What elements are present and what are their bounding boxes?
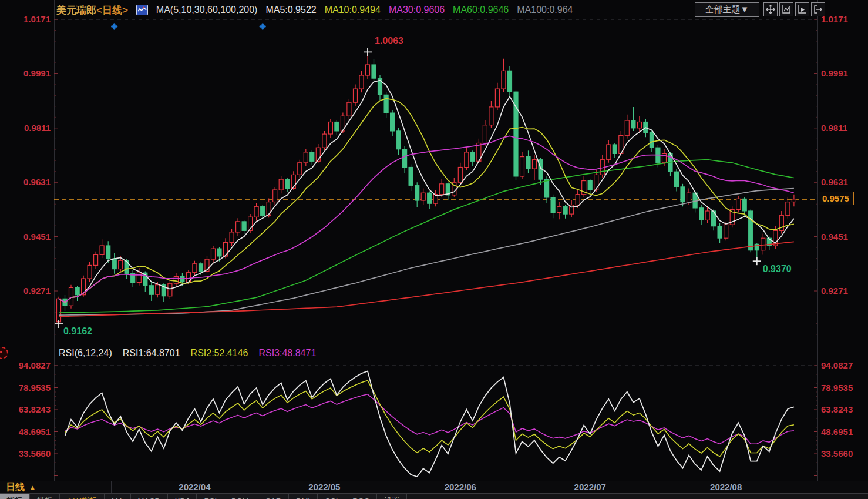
rsi1-line — [65, 371, 794, 477]
price-tick-label: 78.9535 — [821, 383, 853, 393]
indicator-tab-strip: 指标模板ATR指标MAMACDKDJRSIBOLLSARDMICCIROC设置 — [0, 493, 868, 499]
indicator-tab-BOLL[interactable]: BOLL — [224, 494, 258, 499]
ma200-line — [59, 242, 794, 316]
symbol-name: 美元瑞郎 — [56, 5, 96, 16]
last-price-box: 0.9575 — [819, 192, 854, 205]
rsi3-line — [65, 394, 794, 444]
ma-value-label: MA5:0.9522 — [265, 5, 316, 15]
price-tick-label: 0.9271 — [821, 286, 848, 296]
ma-values-legend: MA5:0.9522MA10:0.9494MA30:0.9606MA60:0.9… — [265, 5, 573, 15]
price-tick-label: 0.9811 — [0, 123, 51, 133]
indicator-tab-SAR[interactable]: SAR — [258, 494, 289, 499]
rsi-value-label: RSI3:48.8471 — [258, 348, 316, 359]
price-tick-label: 0.9451 — [821, 232, 848, 242]
event-marker-icon[interactable] — [260, 24, 265, 29]
ma-params-label: MA(5,10,30,60,100,200) — [156, 5, 258, 15]
trading-app-screen: 美元瑞郎<日线> MA(5,10,30,60,100,200) MA5:0.95… — [0, 0, 868, 499]
period-selector-label: 日线 — [6, 481, 25, 494]
rsi-params-label: RSI(6,12,24) — [59, 348, 112, 359]
indicator-tab-ATR指标[interactable]: ATR指标 — [60, 494, 105, 499]
price-tick-label: 48.6951 — [0, 427, 51, 437]
rsi-header-legend: RSI(6,12,24) RSI1:64.8701RSI2:52.4146RSI… — [59, 347, 316, 359]
indicator-tab-KDJ[interactable]: KDJ — [168, 494, 197, 499]
axes-scale-icon[interactable] — [779, 2, 793, 16]
drawing-tool-badge-icon[interactable] — [0, 347, 8, 359]
chart-header-legend: 美元瑞郎<日线> MA(5,10,30,60,100,200) MA5:0.95… — [56, 4, 573, 16]
period-selector[interactable]: 日线 ▲ — [0, 481, 112, 493]
exit-pane-icon[interactable] — [811, 2, 825, 16]
rsi-value-label: RSI2:52.4146 — [191, 348, 248, 359]
indicator-tab-指标[interactable]: 指标 — [0, 494, 30, 499]
extreme-cross-marker — [55, 320, 63, 328]
x-axis-month-label: 2022/04 — [179, 482, 210, 492]
mini-line-chart-icon[interactable] — [136, 5, 148, 15]
price-tick-label: 0.9451 — [0, 232, 51, 242]
indicator-tab-RSI[interactable]: RSI — [197, 494, 224, 499]
event-marker-icon[interactable] — [112, 24, 117, 29]
period-up-arrow-icon: ▲ — [29, 484, 36, 491]
high-price-annotation: 1.0063 — [375, 36, 403, 46]
low-price-annotation: 0.9370 — [763, 264, 792, 274]
rsi-plot[interactable] — [54, 360, 817, 481]
price-tick-label: 94.0827 — [0, 360, 51, 371]
rsi-value-label: RSI1:64.8701 — [123, 348, 180, 359]
indicator-tab-ROC[interactable]: ROC — [345, 494, 377, 499]
indicator-tab-设置[interactable]: 设置 — [377, 494, 407, 499]
candlesticks[interactable] — [57, 52, 796, 324]
indicator-tab-模板[interactable]: 模板 — [30, 494, 60, 499]
x-axis-month-label: 2022/08 — [710, 482, 742, 492]
ma-value-label: MA30:0.9606 — [389, 5, 445, 15]
indicator-tab-MACD[interactable]: MACD — [131, 494, 168, 499]
low-price-annotation: 0.9162 — [63, 326, 92, 337]
rsi-values-legend: RSI1:64.8701RSI2:52.4146RSI3:48.8471 — [123, 348, 317, 359]
ma-value-label: MA10:0.9494 — [325, 5, 381, 15]
indicator-tab-MA[interactable]: MA — [105, 494, 131, 499]
theme-dropdown-button[interactable]: 全部主题▼ — [695, 2, 759, 17]
price-tick-label: 33.5660 — [821, 448, 853, 459]
price-tick-label: 48.6951 — [821, 427, 853, 437]
extreme-cross-marker — [753, 257, 761, 265]
main-rsi-divider — [0, 344, 868, 344]
indicator-tab-CCI[interactable]: CCI — [318, 494, 345, 499]
extreme-cross-marker — [364, 48, 372, 56]
x-axis-month-label: 2022/06 — [445, 482, 476, 492]
price-tick-label: 63.8243 — [821, 404, 853, 415]
ma-value-label: MA100:0.964 — [517, 5, 573, 15]
main-chart-plot[interactable] — [54, 0, 817, 344]
period-tag: <日线> — [96, 5, 128, 16]
price-tick-label: 0.9991 — [0, 68, 51, 79]
price-tick-label: 1.0171 — [0, 14, 51, 25]
price-tick-label: 78.9535 — [0, 383, 51, 393]
crosshair-move-icon[interactable] — [763, 2, 778, 16]
indicator-tab-DMI[interactable]: DMI — [289, 494, 318, 499]
price-tick-label: 0.9811 — [821, 123, 847, 133]
rsi-chart-svg — [54, 360, 817, 481]
price-tick-label: 0.9271 — [0, 286, 51, 296]
chart-toolbar — [763, 2, 825, 16]
price-tick-label: 0.9631 — [0, 177, 51, 187]
price-tick-label: 94.0827 — [821, 360, 853, 371]
ma-value-label: MA60:0.9646 — [453, 5, 509, 15]
candlestick-chart-svg — [54, 0, 817, 344]
right-axis-border — [817, 0, 818, 493]
x-axis-month-label: 2022/05 — [308, 482, 340, 492]
x-axis-strip: 日线 ▲ 2022/042022/052022/062022/072022/08 — [0, 481, 868, 493]
symbol-title: 美元瑞郎<日线> — [56, 4, 128, 17]
x-axis-month-label: 2022/07 — [574, 482, 606, 492]
price-tick-label: 0.9991 — [821, 68, 848, 79]
price-tick-label: 0.9631 — [821, 177, 848, 187]
rsi2-line — [65, 381, 794, 457]
price-tick-label: 63.8243 — [0, 404, 51, 415]
axes-play-icon[interactable] — [795, 2, 809, 16]
price-tick-label: 33.5660 — [0, 448, 51, 459]
